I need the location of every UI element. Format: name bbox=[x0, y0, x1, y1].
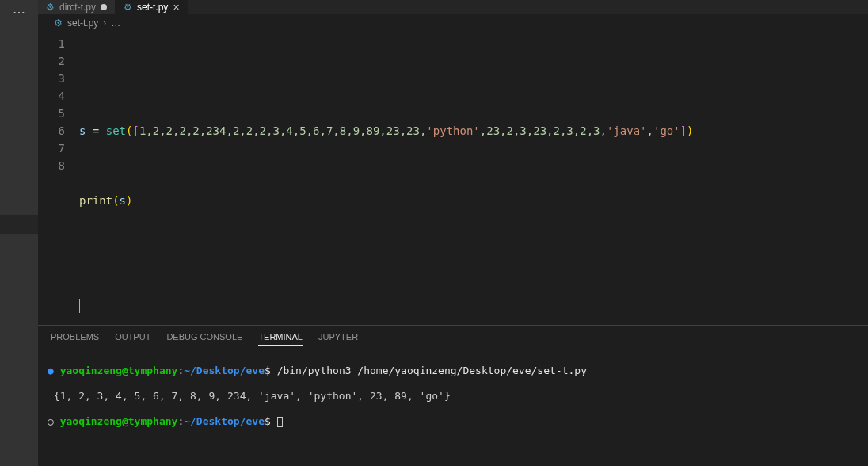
code-line[interactable] bbox=[79, 52, 868, 70]
code-area[interactable]: s = set([1,2,2,2,2,234,2,2,2,3,4,5,6,7,8… bbox=[79, 32, 868, 325]
tab-label: set-t.py bbox=[137, 2, 168, 13]
panel-tab-output[interactable]: OUTPUT bbox=[115, 332, 150, 346]
code-line[interactable] bbox=[79, 262, 868, 279]
code-line[interactable] bbox=[79, 227, 868, 244]
python-icon: ⚙ bbox=[54, 17, 63, 29]
line-number: 5 bbox=[38, 105, 65, 122]
line-number: 2 bbox=[38, 52, 65, 70]
bottom-panel: PROBLEMS OUTPUT DEBUG CONSOLE TERMINAL J… bbox=[38, 325, 868, 466]
editor-tabs: ⚙ dirct-t.py ⚙ set-t.py × bbox=[38, 0, 868, 14]
terminal-cursor-icon bbox=[277, 417, 283, 427]
more-icon[interactable]: ⋯ bbox=[0, 0, 38, 25]
activity-bar[interactable]: ⋯ bbox=[0, 0, 38, 466]
line-number: 7 bbox=[38, 139, 65, 157]
line-number: 3 bbox=[38, 70, 65, 87]
breadcrumb[interactable]: ⚙ set-t.py › … bbox=[38, 14, 868, 32]
line-number: 4 bbox=[38, 87, 65, 105]
code-line[interactable] bbox=[79, 157, 868, 174]
panel-tab-terminal[interactable]: TERMINAL bbox=[258, 332, 303, 346]
code-line[interactable] bbox=[79, 87, 868, 105]
code-line[interactable]: s = set([1,2,2,2,2,234,2,2,2,3,4,5,6,7,8… bbox=[79, 122, 868, 139]
panel-tab-problems[interactable]: PROBLEMS bbox=[51, 332, 99, 346]
status-dot-icon: ● bbox=[48, 365, 54, 376]
status-dot-icon: ○ bbox=[48, 415, 54, 427]
code-editor[interactable]: 1 2 3 4 5 6 7 8 s = set([1,2,2,2,2,234,2… bbox=[38, 32, 868, 325]
line-number: 8 bbox=[38, 157, 65, 174]
python-icon: ⚙ bbox=[46, 2, 55, 13]
text-cursor-icon bbox=[79, 299, 80, 313]
panel-tab-debug-console[interactable]: DEBUG CONSOLE bbox=[166, 332, 242, 346]
dirty-indicator-icon[interactable] bbox=[101, 4, 107, 10]
close-icon[interactable]: × bbox=[173, 2, 179, 13]
code-line[interactable] bbox=[79, 296, 868, 314]
panel-tab-jupyter[interactable]: JUPYTER bbox=[318, 332, 358, 346]
tab-label: dirct-t.py bbox=[59, 2, 96, 13]
activity-selected-indicator bbox=[0, 215, 38, 234]
terminal-line: ○ yaoqinzeng@tymphany:~/Desktop/eve$ bbox=[48, 415, 858, 428]
terminal-line: {1, 2, 3, 4, 5, 6, 7, 8, 9, 234, 'java',… bbox=[48, 390, 858, 403]
breadcrumb-more: … bbox=[111, 17, 120, 29]
code-line[interactable]: print(s) bbox=[79, 192, 868, 209]
panel-tabs: PROBLEMS OUTPUT DEBUG CONSOLE TERMINAL J… bbox=[38, 326, 868, 349]
line-number: 6 bbox=[38, 122, 65, 139]
breadcrumb-separator-icon: › bbox=[103, 17, 106, 29]
python-icon: ⚙ bbox=[124, 2, 132, 13]
line-number-gutter: 1 2 3 4 5 6 7 8 bbox=[38, 32, 79, 325]
line-number: 1 bbox=[38, 35, 65, 52]
terminal[interactable]: ● yaoqinzeng@tymphany:~/Desktop/eve$ /bi… bbox=[38, 349, 868, 466]
tab-set-t[interactable]: ⚙ set-t.py × bbox=[116, 0, 188, 14]
terminal-line: ● yaoqinzeng@tymphany:~/Desktop/eve$ /bi… bbox=[48, 365, 858, 377]
breadcrumb-file: set-t.py bbox=[67, 17, 98, 29]
tab-dirct-t[interactable]: ⚙ dirct-t.py bbox=[38, 0, 116, 14]
